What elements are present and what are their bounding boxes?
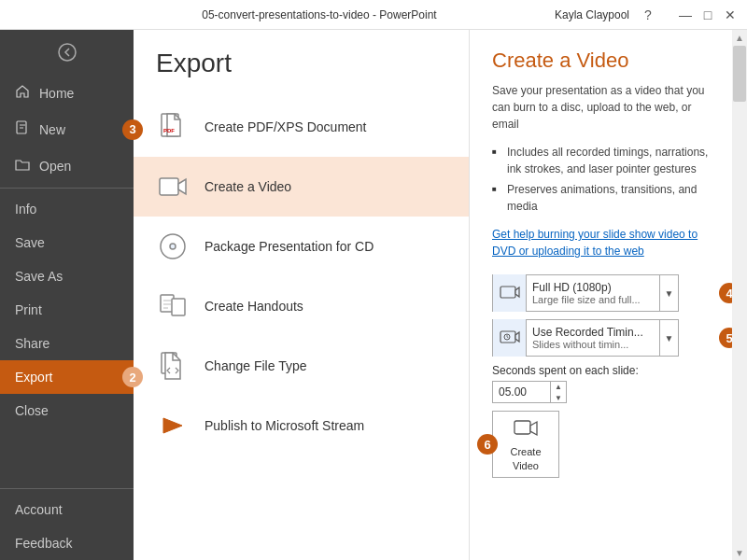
quality-icon bbox=[493, 274, 527, 312]
scrollbar[interactable]: ▲ ▼ bbox=[732, 30, 747, 560]
scroll-thumb[interactable] bbox=[733, 46, 746, 102]
bullet-item-1: Includes all recorded timings, narration… bbox=[492, 144, 710, 177]
cd-icon bbox=[156, 230, 190, 263]
title-bar: 05-convert-presentations-to-video - Powe… bbox=[0, 0, 747, 30]
seconds-input[interactable]: 05.00 ▲ ▼ bbox=[492, 381, 567, 403]
sidebar-item-feedback[interactable]: Feedback bbox=[0, 526, 134, 560]
seconds-spinner: ▲ ▼ bbox=[550, 381, 566, 403]
sidebar-item-account[interactable]: Account bbox=[0, 493, 134, 526]
export-title: Export bbox=[134, 49, 469, 97]
seconds-row: Seconds spent on each slide: 05.00 ▲ ▼ bbox=[492, 364, 710, 403]
sidebar-item-export[interactable]: Export 2 bbox=[0, 360, 134, 394]
sidebar-item-save[interactable]: Save bbox=[0, 226, 134, 259]
panel-title: Create a Video bbox=[492, 49, 710, 73]
app-container: Home New 3 Open Info bbox=[0, 30, 747, 560]
export-menu: Export PDF Create PDF/XPS Document bbox=[134, 30, 470, 560]
export-item-label: Create a Video bbox=[204, 179, 291, 194]
seconds-label: Seconds spent on each slide: bbox=[492, 364, 710, 377]
timing-badge: 5 bbox=[719, 328, 732, 348]
close-button[interactable]: ✕ bbox=[723, 7, 738, 22]
svg-rect-8 bbox=[172, 299, 185, 315]
sidebar-item-home[interactable]: Home bbox=[0, 75, 134, 111]
quality-line1: Full HD (1080p) bbox=[532, 281, 654, 294]
bullet-item-2: Preserves animations, transitions, and m… bbox=[492, 181, 710, 215]
create-video-button[interactable]: CreateVideo bbox=[492, 411, 559, 478]
sidebar-item-label: Save bbox=[15, 235, 45, 250]
sidebar-item-open[interactable]: Open bbox=[0, 147, 134, 184]
sidebar-separator bbox=[0, 188, 134, 189]
new-badge: 3 bbox=[122, 119, 143, 140]
scroll-down-button[interactable]: ▼ bbox=[732, 545, 747, 560]
quality-dropdown[interactable]: Full HD (1080p) Large file size and full… bbox=[492, 274, 679, 312]
sidebar-item-label: Info bbox=[15, 202, 36, 217]
export-item-file-type[interactable]: Change File Type bbox=[134, 336, 469, 396]
export-item-handouts[interactable]: Create Handouts bbox=[134, 276, 469, 336]
sidebar-bottom: Account Feedback bbox=[0, 484, 134, 560]
sidebar-item-save-as[interactable]: Save As bbox=[0, 259, 134, 293]
timing-text: Use Recorded Timin... Slides without tim… bbox=[527, 324, 659, 352]
sidebar-item-close[interactable]: Close bbox=[0, 394, 134, 427]
sidebar-item-label: Close bbox=[15, 403, 49, 418]
handouts-icon bbox=[156, 289, 190, 323]
help-button[interactable]: ? bbox=[641, 7, 655, 22]
sidebar-item-label: Save As bbox=[15, 269, 63, 284]
panel-description: Save your presentation as a video that y… bbox=[492, 82, 710, 133]
export-item-cd[interactable]: Package Presentation for CD bbox=[134, 217, 469, 276]
timing-icon bbox=[493, 319, 527, 357]
back-button[interactable] bbox=[0, 30, 134, 75]
sidebar-item-print[interactable]: Print bbox=[0, 293, 134, 327]
help-link[interactable]: Get help burning your slide show video t… bbox=[492, 226, 710, 259]
window-title: 05-convert-presentations-to-video - Powe… bbox=[84, 8, 555, 21]
quality-dropdown-row: Full HD (1080p) Large file size and full… bbox=[492, 274, 710, 312]
file-type-icon bbox=[156, 349, 190, 383]
feature-list: Includes all recorded timings, narration… bbox=[492, 144, 710, 215]
sidebar-item-label: Share bbox=[15, 336, 49, 351]
create-video-label: CreateVideo bbox=[510, 445, 541, 474]
sidebar-item-new[interactable]: New 3 bbox=[0, 111, 134, 147]
svg-rect-12 bbox=[500, 331, 515, 343]
content-area: Export PDF Create PDF/XPS Document bbox=[134, 30, 747, 560]
create-video-badge: 6 bbox=[477, 434, 498, 455]
export-item-label: Package Presentation for CD bbox=[204, 239, 374, 254]
export-item-label: Create PDF/XPS Document bbox=[204, 119, 367, 134]
video-icon bbox=[156, 170, 190, 203]
timing-dropdown[interactable]: Use Recorded Timin... Slides without tim… bbox=[492, 319, 679, 357]
timing-arrow[interactable]: ▼ bbox=[659, 319, 678, 357]
open-folder-icon bbox=[15, 157, 30, 175]
export-item-label: Publish to Microsoft Stream bbox=[204, 418, 364, 433]
export-item-label: Create Handouts bbox=[204, 299, 303, 314]
sidebar-item-label: Home bbox=[39, 86, 74, 101]
sidebar-item-label: Export bbox=[15, 370, 52, 385]
svg-rect-14 bbox=[514, 421, 530, 434]
home-icon bbox=[15, 84, 30, 102]
minimize-button[interactable]: — bbox=[678, 7, 693, 22]
quality-line2: Large file size and full... bbox=[532, 294, 654, 305]
spin-up-button[interactable]: ▲ bbox=[551, 381, 566, 392]
new-doc-icon bbox=[15, 120, 30, 138]
quality-badge: 4 bbox=[719, 283, 732, 303]
svg-point-6 bbox=[170, 244, 176, 249]
create-video-area: 6 CreateVideo bbox=[492, 411, 710, 478]
export-item-stream[interactable]: Publish to Microsoft Stream bbox=[134, 396, 469, 455]
stream-icon bbox=[156, 409, 190, 442]
timing-line1: Use Recorded Timin... bbox=[532, 326, 654, 339]
sidebar-separator-bottom bbox=[0, 488, 134, 489]
spin-down-button[interactable]: ▼ bbox=[551, 392, 566, 403]
sidebar-item-info[interactable]: Info bbox=[0, 192, 134, 226]
sidebar-item-share[interactable]: Share bbox=[0, 327, 134, 360]
svg-point-0 bbox=[59, 44, 76, 61]
maximize-button[interactable]: □ bbox=[700, 7, 715, 22]
export-item-pdf[interactable]: PDF Create PDF/XPS Document bbox=[134, 97, 469, 157]
sidebar: Home New 3 Open Info bbox=[0, 30, 134, 560]
svg-rect-11 bbox=[500, 287, 515, 298]
scroll-up-button[interactable]: ▲ bbox=[732, 30, 747, 45]
svg-marker-10 bbox=[163, 418, 182, 433]
export-item-label: Change File Type bbox=[204, 358, 306, 373]
export-item-video[interactable]: Create a Video bbox=[134, 157, 469, 217]
seconds-value: 05.00 bbox=[493, 385, 550, 399]
timing-line2: Slides without timin... bbox=[532, 339, 654, 350]
sidebar-item-label: Print bbox=[15, 302, 42, 317]
pdf-icon: PDF bbox=[156, 110, 190, 144]
quality-arrow[interactable]: ▼ bbox=[659, 274, 678, 312]
sidebar-item-label: Open bbox=[39, 159, 71, 174]
